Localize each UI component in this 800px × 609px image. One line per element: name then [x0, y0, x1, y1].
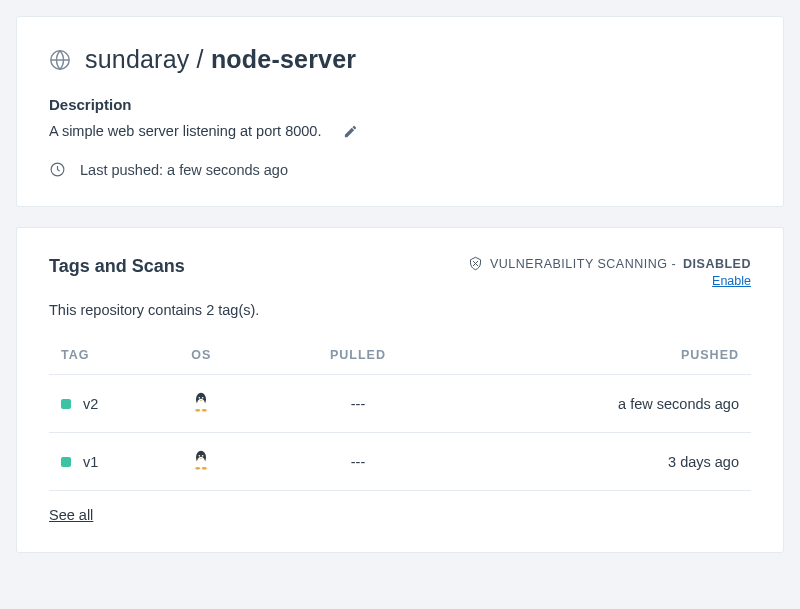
see-all-link[interactable]: See all — [49, 507, 93, 523]
path-separator: / — [189, 45, 210, 73]
pulled-value: --- — [273, 433, 443, 491]
linux-icon — [191, 449, 211, 471]
vuln-label: VULNERABILITY SCANNING - — [490, 257, 676, 271]
svg-point-10 — [199, 455, 201, 457]
table-row[interactable]: v1 --- 3 days ago — [49, 433, 751, 491]
svg-point-13 — [202, 467, 207, 470]
enable-scanning-link[interactable]: Enable — [468, 274, 751, 288]
description-text: A simple web server listening at port 80… — [49, 123, 321, 139]
tag-name: v1 — [83, 454, 98, 470]
svg-point-12 — [195, 467, 200, 470]
shield-icon — [468, 256, 483, 271]
repo-title-row: sundaray / node-server — [49, 45, 751, 74]
table-header-row: TAG OS PULLED PUSHED — [49, 338, 751, 375]
repo-name[interactable]: node-server — [211, 45, 356, 73]
status-dot-icon — [61, 457, 71, 467]
repo-breadcrumb: sundaray / node-server — [85, 45, 356, 74]
table-row[interactable]: v2 --- a few seconds ago — [49, 375, 751, 433]
col-tag: TAG — [49, 338, 179, 375]
globe-icon — [49, 49, 71, 71]
status-dot-icon — [61, 399, 71, 409]
description-heading: Description — [49, 96, 751, 113]
col-os: OS — [179, 338, 273, 375]
repo-header-card: sundaray / node-server Description A sim… — [16, 16, 784, 207]
svg-point-4 — [199, 397, 201, 399]
repo-namespace[interactable]: sundaray — [85, 45, 189, 73]
last-pushed-row: Last pushed: a few seconds ago — [49, 161, 751, 178]
vuln-state: DISABLED — [683, 257, 751, 271]
col-pushed: PUSHED — [443, 338, 751, 375]
tag-count-text: This repository contains 2 tag(s). — [49, 302, 751, 318]
svg-point-6 — [195, 409, 200, 412]
tags-heading: Tags and Scans — [49, 256, 185, 277]
tags-card: Tags and Scans VULNERABILITY SCANNING - … — [16, 227, 784, 553]
tag-name: v2 — [83, 396, 98, 412]
svg-point-5 — [202, 397, 204, 399]
clock-icon — [49, 161, 66, 178]
svg-point-7 — [202, 409, 207, 412]
description-row: A simple web server listening at port 80… — [49, 123, 751, 139]
tags-table: TAG OS PULLED PUSHED v2 --- a few second… — [49, 338, 751, 491]
last-pushed-text: Last pushed: a few seconds ago — [80, 162, 288, 178]
pushed-value: a few seconds ago — [443, 375, 751, 433]
tags-header-row: Tags and Scans VULNERABILITY SCANNING - … — [49, 256, 751, 288]
pushed-value: 3 days ago — [443, 433, 751, 491]
pulled-value: --- — [273, 375, 443, 433]
edit-icon[interactable] — [343, 124, 358, 139]
linux-icon — [191, 391, 211, 413]
svg-point-11 — [202, 455, 204, 457]
col-pulled: PULLED — [273, 338, 443, 375]
vulnerability-status: VULNERABILITY SCANNING - DISABLED Enable — [468, 256, 751, 288]
